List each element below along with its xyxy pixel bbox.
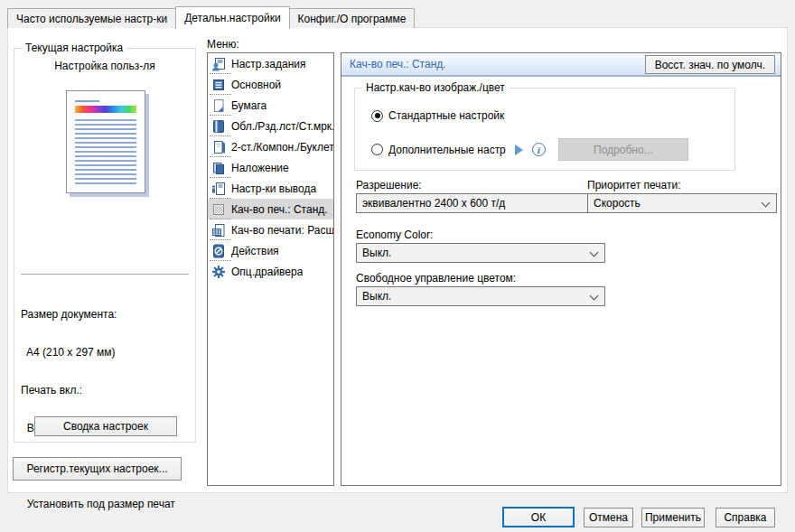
resolution-value: эквивалентно 2400 x 600 т/д [362,197,505,210]
apply-button[interactable]: Применить [641,508,705,527]
info-line: Установить под размер печат [21,498,194,510]
image-quality-group: Настр.кач-во изображ./цвет Стандартные н… [354,88,735,171]
chevron-down-icon [590,248,599,257]
menu-item-label: Основной [231,79,281,91]
print-priority-value: Скорость [594,197,641,210]
info-line: Размер документа: [21,308,194,321]
info-icon[interactable]: i [532,143,546,156]
advanced-settings-radio-label: Дополнительные настр [388,144,506,156]
register-current-settings-button[interactable]: Регистр.текущих настроек... [13,457,182,481]
paper-icon [211,98,226,113]
menu-item-label: Настр.задания [231,58,306,70]
print-priority-label: Приоритет печати: [587,179,681,191]
settings-summary-button[interactable]: Сводка настроек [34,416,177,436]
menu-item-print-quality-standard[interactable]: Кач-во печ.: Станд. [208,199,333,219]
standard-settings-radio-row[interactable]: Стандартные настройк [371,109,504,122]
image-quality-group-title: Настр.кач-во изображ./цвет [362,81,509,94]
resolution-select[interactable]: эквивалентно 2400 x 600 т/д [356,193,605,213]
advanced-settings-radio-row[interactable]: Дополнительные настр i Подробно... [371,138,688,161]
resolution-label: Разрешение: [356,179,422,191]
current-setting-group-title: Текущая настройка [22,42,126,54]
preview-title-line [75,100,99,102]
output-settings-icon [211,182,226,196]
chevron-down-icon [590,292,599,301]
basic-icon [211,78,226,92]
overlay-icon [211,161,226,175]
print-quality-standard-panel: Кач-во печ.: Станд. Восст. знач. по умол… [341,52,781,486]
standard-settings-radio[interactable] [371,110,383,122]
menu-item-overlay[interactable]: Наложение [208,157,333,178]
info-line: A4 (210 x 297 мм) [21,346,194,359]
free-color-management-select[interactable]: Выкл. [356,286,605,306]
standard-settings-radio-label: Стандартные настройк [388,109,504,122]
cancel-button[interactable]: Отмена [584,508,633,527]
menu-item-paper[interactable]: Бумага [208,95,333,116]
menu-item-output-settings[interactable]: Настр-ки вывода [208,178,333,199]
menu-item-driver-options[interactable]: Опц.драйвера [208,261,333,282]
cover-separator-icon [211,119,226,134]
economy-color-select[interactable]: Выкл. [356,243,605,263]
print-priority-select[interactable]: Скорость [587,193,777,213]
info-line: Печать вкл.: [21,384,194,397]
panel-title: Кач-во печ.: Станд. [350,58,446,70]
chevron-down-icon [762,199,771,208]
tab-frequently-used-settings[interactable]: Часто используемые настр-ки [7,8,176,28]
economy-color-label: Economy Color: [356,229,433,241]
menu-item-label: Кач-во печати: Расш. [231,224,333,237]
menu-item-basic[interactable]: Основной [208,74,333,95]
details-button[interactable]: Подробно... [558,138,688,161]
menu-item-duplex-booklet[interactable]: 2-ст./Компон./Буклет [208,136,333,157]
preview-rainbow-bar [75,106,136,113]
menu-item-job-settings[interactable]: Настр.задания [208,53,333,74]
panel-header: Кач-во печ.: Станд. Восст. знач. по умол… [341,53,781,77]
document-preview [66,90,145,193]
menu-item-label: Наложение [231,162,289,174]
menu-item-label: 2-ст./Компон./Буклет [231,141,333,154]
menu-item-label: Опц.драйвера [231,266,303,278]
driver-options-icon [211,265,226,279]
current-setting-group: Текущая настройка Настройка польз-ля Раз… [14,48,196,443]
advanced-settings-radio[interactable] [371,144,383,155]
preview-text-lines [75,119,136,184]
free-color-management-label: Свободное управление цветом: [356,272,516,285]
tab-config-about[interactable]: Конфиг./О программе [289,8,416,28]
economy-color-value: Выкл. [362,247,391,259]
help-button[interactable]: Справка [716,508,775,527]
preset-name: Настройка польз-ля [14,60,195,72]
menu-item-label: Действия [231,245,279,257]
tab-bar: Часто используемые настр-ки Детальн.наст… [7,5,415,28]
menu-item-cover-separator[interactable]: Обл./Рзд.лст/Ст.мрк. [208,116,333,136]
restore-defaults-button[interactable]: Восст. знач. по умолч. [645,55,775,74]
menu-item-label: Обл./Рзд.лст/Ст.мрк. [231,120,333,133]
tab-detailed-settings[interactable]: Детальн.настройки [175,6,289,29]
print-quality-advanced-icon [211,223,226,238]
actions-icon [211,244,226,258]
free-color-management-value: Выкл. [362,290,391,303]
print-quality-standard-icon [211,202,226,217]
menu-item-print-quality-advanced[interactable]: Кач-во печати: Расш. [208,219,333,240]
printer-driver-settings-dialog: Часто используемые настр-ки Детальн.наст… [0,0,795,532]
settings-menu-list: Настр.задания Основной Бумага Обл./Рзд.л… [207,52,334,486]
ok-button[interactable]: ОК [502,507,575,527]
document-info: Размер документа: A4 (210 x 297 мм) Печа… [21,283,194,532]
job-settings-icon [211,57,226,71]
menu-item-label: Бумага [231,99,267,112]
duplex-booklet-icon [211,140,226,154]
menu-item-label: Настр-ки вывода [231,182,316,195]
menu-item-actions[interactable]: Действия [208,240,333,261]
menu-item-label: Кач-во печ.: Станд. [231,203,328,216]
left-panel-separator [21,274,189,275]
detailed-settings-page: Текущая настройка Настройка польз-ля Раз… [7,27,788,493]
menu-label: Меню: [207,38,239,51]
arrow-right-icon [515,145,523,155]
